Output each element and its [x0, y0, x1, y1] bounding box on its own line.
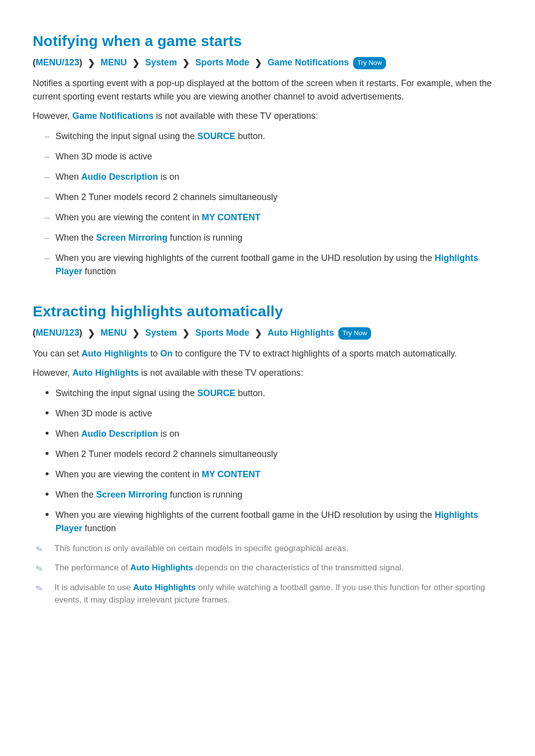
chevron-right-icon: ❯: [88, 56, 95, 70]
text: Switching the input signal using the: [55, 131, 197, 141]
list-item: When you are viewing the content in MY C…: [45, 468, 502, 481]
paragraph: However, Auto Highlights is not availabl…: [33, 366, 502, 380]
list-item: When the Screen Mirroring function is ru…: [45, 231, 502, 245]
term-audio-description: Audio Description: [81, 172, 158, 182]
text: When you are viewing the content in: [55, 469, 202, 479]
text: When you are viewing the content in: [55, 212, 202, 222]
text: The performance of: [54, 563, 130, 572]
text: When the: [55, 490, 96, 500]
text: When you are viewing highlights of the c…: [55, 253, 434, 263]
breadcrumb-item-sports-mode[interactable]: Sports Mode: [195, 57, 249, 67]
text: to configure the TV to extract highlight…: [172, 349, 457, 358]
pencil-icon: ✎: [34, 581, 44, 595]
list-item: When 3D mode is active: [45, 407, 502, 420]
chevron-right-icon: ❯: [132, 56, 140, 70]
term-source: SOURCE: [197, 131, 235, 141]
text: You can set: [33, 349, 81, 358]
term-auto-highlights: Auto Highlights: [130, 563, 193, 572]
term-auto-highlights: Auto Highlights: [72, 368, 139, 378]
term-screen-mirroring: Screen Mirroring: [96, 233, 167, 243]
term-my-content: MY CONTENT: [202, 469, 261, 479]
text: is not available with these TV operation…: [139, 368, 303, 378]
section-title-auto-highlights: Extracting highlights automatically: [33, 300, 502, 322]
breadcrumb-item-system[interactable]: System: [145, 328, 177, 338]
text: However,: [33, 368, 72, 378]
list-item: When Audio Description is on: [45, 427, 502, 441]
term-auto-highlights: Auto Highlights: [81, 349, 148, 358]
note-item: ✎ It is advisable to use Auto Highlights…: [33, 581, 502, 606]
breadcrumb-item-system[interactable]: System: [145, 57, 177, 67]
chevron-right-icon: ❯: [182, 327, 190, 340]
term-my-content: MY CONTENT: [202, 212, 261, 222]
text: When you are viewing highlights of the c…: [55, 510, 434, 520]
text: is not available with these TV operation…: [154, 111, 318, 121]
text: function: [82, 266, 116, 276]
chevron-right-icon: ❯: [255, 56, 262, 70]
text: function is running: [167, 233, 242, 243]
text: button.: [235, 131, 265, 141]
text: Switching the input signal using the: [55, 388, 197, 398]
list-item: When you are viewing highlights of the c…: [45, 252, 502, 278]
term-audio-description: Audio Description: [81, 429, 158, 439]
text: function: [82, 523, 116, 533]
paragraph: Notifies a sporting event with a pop-up …: [33, 77, 502, 103]
chevron-right-icon: ❯: [255, 327, 262, 340]
chevron-right-icon: ❯: [88, 327, 95, 340]
breadcrumb-item-menu123[interactable]: MENU/123: [36, 57, 79, 67]
list-item: Switching the input signal using the SOU…: [45, 130, 502, 143]
breadcrumb-auto-highlights: (MENU/123) ❯ MENU ❯ System ❯ Sports Mode…: [33, 326, 502, 340]
section-title-game-notifications: Notifying when a game starts: [33, 30, 502, 52]
text: When: [55, 429, 81, 439]
paragraph: You can set Auto Highlights to On to con…: [33, 347, 502, 360]
term-on: On: [160, 349, 172, 358]
term-source: SOURCE: [197, 388, 235, 398]
term-screen-mirroring: Screen Mirroring: [96, 490, 167, 500]
paren-close: ): [79, 57, 82, 67]
breadcrumb-item-sports-mode[interactable]: Sports Mode: [195, 328, 249, 338]
paragraph: However, Game Notifications is not avail…: [33, 109, 502, 123]
pencil-icon: ✎: [34, 542, 44, 556]
text: is on: [158, 429, 179, 439]
note-item: ✎ The performance of Auto Highlights dep…: [33, 561, 502, 574]
list-item: Switching the input signal using the SOU…: [45, 387, 502, 400]
list-item: When Audio Description is on: [45, 170, 502, 184]
list-item: When you are viewing the content in MY C…: [45, 211, 502, 224]
limitations-list: Switching the input signal using the SOU…: [33, 130, 502, 278]
term-auto-highlights: Auto Highlights: [133, 583, 196, 592]
list-item: When you are viewing highlights of the c…: [45, 508, 502, 535]
text: However,: [33, 111, 72, 121]
breadcrumb-item-menu123[interactable]: MENU/123: [36, 328, 79, 338]
text: When the: [55, 233, 96, 243]
list-item: When 2 Tuner models record 2 channels si…: [45, 191, 502, 204]
breadcrumb-game-notifications: (MENU/123) ❯ MENU ❯ System ❯ Sports Mode…: [33, 56, 502, 70]
text: When: [55, 172, 81, 182]
term-game-notifications: Game Notifications: [72, 111, 154, 121]
pencil-icon: ✎: [34, 562, 44, 576]
list-item: When the Screen Mirroring function is ru…: [45, 488, 502, 502]
paren-close: ): [79, 328, 82, 338]
try-now-button[interactable]: Try Now: [353, 57, 386, 69]
text: It is advisable to use: [54, 583, 133, 592]
list-item: When 2 Tuner models record 2 channels si…: [45, 448, 502, 461]
text: to: [148, 349, 160, 358]
breadcrumb-item-game-notifications[interactable]: Game Notifications: [268, 57, 349, 67]
limitations-list: Switching the input signal using the SOU…: [33, 387, 502, 535]
breadcrumb-item-menu[interactable]: MENU: [101, 57, 127, 67]
chevron-right-icon: ❯: [132, 327, 140, 340]
note-item: ✎ This function is only available on cer…: [33, 542, 502, 555]
text: is on: [158, 172, 179, 182]
text: depends on the characteristics of the tr…: [193, 563, 404, 572]
chevron-right-icon: ❯: [182, 56, 190, 70]
list-item: When 3D mode is active: [45, 150, 502, 163]
breadcrumb-item-auto-highlights[interactable]: Auto Highlights: [268, 328, 334, 338]
text: function is running: [167, 490, 242, 500]
text: button.: [235, 388, 265, 398]
text: This function is only available on certa…: [54, 544, 348, 553]
try-now-button[interactable]: Try Now: [338, 327, 371, 340]
breadcrumb-item-menu[interactable]: MENU: [101, 328, 127, 338]
